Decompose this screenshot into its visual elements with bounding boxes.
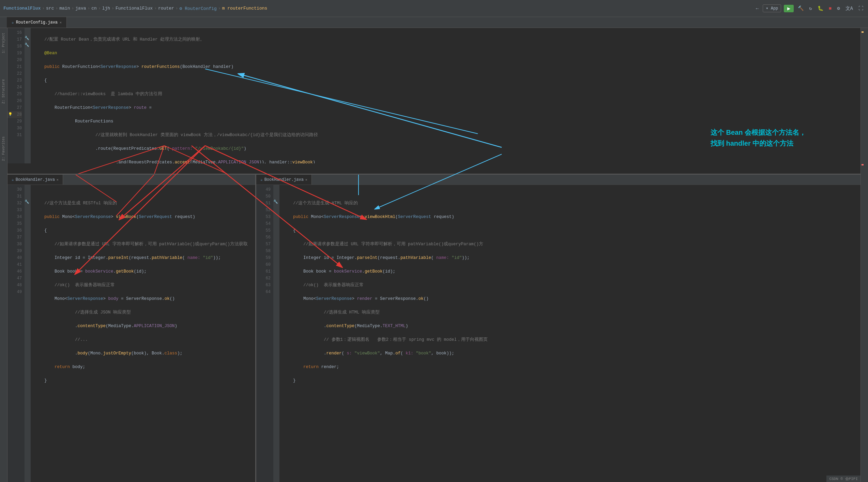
close-icon-right[interactable]: ✕ <box>305 178 307 182</box>
top-line-numbers: 16 17 18 19 20 21 22 23 24 25 26 27 💡28 <box>7 28 25 163</box>
close-icon[interactable]: ✕ <box>60 20 62 25</box>
top-editor: 16 17 18 19 20 21 22 23 24 25 26 27 💡28 <box>7 28 861 174</box>
expand-icon[interactable]: ⛶ <box>857 5 865 12</box>
bottom-left-pane: ☕ BookHandler.java ✕ 30 31 32 33 34 35 3… <box>7 175 256 482</box>
breadcrumb-item[interactable]: ⚙ RouterConfig <box>180 6 217 11</box>
stop-icon[interactable]: ■ <box>827 5 833 12</box>
tab-router-config[interactable]: ☕ RouterConfig.java ✕ <box>7 17 67 28</box>
breadcrumb-router[interactable]: router <box>158 6 174 11</box>
bottom-panes: ☕ BookHandler.java ✕ 30 31 32 33 34 35 3… <box>7 175 861 482</box>
translate-icon[interactable]: 文A <box>844 5 854 12</box>
bottom-left-code-area: 30 31 32 33 34 35 36 37 38 39 40 41 46 4… <box>7 185 255 482</box>
java-icon-left: ☕ <box>12 177 14 182</box>
breadcrumb-item[interactable]: FunctionalFlux <box>3 6 41 11</box>
tab-bookhandler-right[interactable]: ☕ BookHandler.java ✕ <box>256 175 312 185</box>
breadcrumb-item[interactable]: cn <box>91 6 97 11</box>
right-gutter: 🔧 <box>273 185 279 482</box>
left-gutter: 🔧 <box>25 185 31 482</box>
tab-label-right: BookHandler.java <box>264 177 304 182</box>
main-content: 1: Project Z: Structure 2: Favorites 16 … <box>0 28 868 482</box>
right-panel <box>861 28 868 482</box>
run-button[interactable]: ▶ <box>784 5 794 12</box>
close-icon-left[interactable]: ✕ <box>57 178 59 182</box>
debug-icon[interactable]: 🐛 <box>816 5 825 12</box>
breadcrumb-item[interactable]: main <box>59 6 70 11</box>
gutter: 🔧 🔧 <box>25 28 31 163</box>
favorites-label[interactable]: 2: Favorites <box>2 135 5 162</box>
java-icon-right: ☕ <box>260 177 263 182</box>
toolbar-right: ← ▾ App ▶ 🔨 ↻ 🐛 ■ ⚙ 文A ⛶ <box>755 4 865 12</box>
settings-icon[interactable]: ⚙ <box>836 5 841 12</box>
left-sidebar: 1: Project Z: Structure 2: Favorites <box>0 28 7 482</box>
editor-area: 16 17 18 19 20 21 22 23 24 25 26 27 💡28 <box>7 28 861 482</box>
tab-bookhandler-left[interactable]: ☕ BookHandler.java ✕ <box>7 175 63 185</box>
bottom-right-line-nums: 49 50 51 52 53 54 55 56 57 58 59 60 61 6… <box>256 185 273 482</box>
top-bar: FunctionalFlux › src › main › java › cn … <box>0 0 868 17</box>
annotation-box: 这个 Bean 会根据这个方法名， 找到 handler 中的这个方法 <box>711 127 806 149</box>
build-icon[interactable]: 🔨 <box>796 5 805 12</box>
tab-label: RouterConfig.java <box>16 20 58 25</box>
reload-icon[interactable]: ↻ <box>808 5 813 12</box>
breadcrumb-item[interactable]: FunctionalFlux <box>116 6 153 11</box>
breadcrumb-item[interactable]: java <box>75 6 86 11</box>
app-dropdown[interactable]: ▾ App <box>763 4 781 12</box>
bottom-right-code: //这个方法是生成 HTML 响应的 public Mono<ServerRes… <box>279 185 861 482</box>
breadcrumb-item[interactable]: m routerFunctions <box>222 6 268 11</box>
java-icon: ☕ <box>12 20 14 25</box>
breadcrumb-item[interactable]: ljh <box>102 6 110 11</box>
top-editor-pane: 16 17 18 19 20 21 22 23 24 25 26 27 💡28 <box>7 28 861 175</box>
bottom-right-pane: ☕ BookHandler.java ✕ 49 50 51 52 53 54 5… <box>256 175 861 482</box>
bottom-left-tab-bar: ☕ BookHandler.java ✕ <box>7 175 255 185</box>
status-text: CSDN © 会PIPI <box>829 477 858 481</box>
bottom-left-line-nums: 30 31 32 33 34 35 36 37 38 39 40 41 46 4… <box>7 185 25 482</box>
bottom-right-code-area: 49 50 51 52 53 54 55 56 57 58 59 60 61 6… <box>256 185 861 482</box>
annotation-line2: 找到 handler 中的这个方法 <box>711 140 793 147</box>
annotation-line1: 这个 Bean 会根据这个方法名， <box>711 129 806 136</box>
status-bar: CSDN © 会PIPI <box>826 476 861 482</box>
back-icon[interactable]: ← <box>755 5 760 12</box>
breadcrumb-item[interactable]: src <box>46 6 54 11</box>
tab-label-left: BookHandler.java <box>16 177 55 182</box>
file-tab-bar: ☕ RouterConfig.java ✕ <box>0 17 868 28</box>
breadcrumb: FunctionalFlux › src › main › java › cn … <box>3 6 267 11</box>
project-panel-label[interactable]: 1: Project <box>2 31 5 55</box>
bottom-left-code: //这个方法是生成 RESTful 响应的 public Mono<Server… <box>31 185 255 482</box>
structure-panel-label[interactable]: Z: Structure <box>2 78 5 105</box>
bottom-right-tab-bar: ☕ BookHandler.java ✕ <box>256 175 861 185</box>
